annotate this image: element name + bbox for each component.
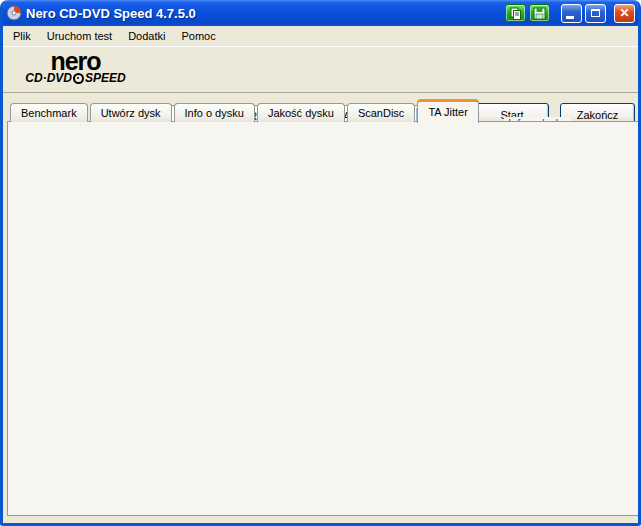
tab-benchmark[interactable]: Benchmark xyxy=(10,103,88,122)
menu-uruchom-test[interactable]: Uruchom test xyxy=(39,28,120,44)
titlebar-buttons: ✕ xyxy=(505,4,635,23)
copy-icon xyxy=(509,7,522,20)
menu-dodatki[interactable]: Dodatki xyxy=(120,28,173,44)
window-title: Nero CD-DVD Speed 4.7.5.0 xyxy=(26,6,505,21)
minimize-icon xyxy=(566,16,574,19)
close-button[interactable]: ✕ xyxy=(614,4,635,23)
floppy-icon xyxy=(533,7,546,20)
maximize-button[interactable] xyxy=(585,4,606,23)
tab-bar: BenchmarkUtwórz dyskInfo o dyskuJakość d… xyxy=(10,99,481,122)
menubar: PlikUruchom testDodatkiPomoc xyxy=(3,26,638,46)
save-button[interactable] xyxy=(529,4,550,22)
titlebar: Nero CD-DVD Speed 4.7.5.0 ✕ xyxy=(0,0,641,26)
disc-icon xyxy=(73,73,84,84)
logo-cd-dvd-text: CD·DVD xyxy=(25,72,72,84)
tab-utw-rz-dysk[interactable]: Utwórz dysk xyxy=(90,103,172,122)
logo-speed-text: SPEED xyxy=(85,72,126,84)
toolbar: nero CD·DVD SPEED [1:1] LITE-ON DVDRW LH… xyxy=(3,46,638,93)
nero-logo-wordmark: nero xyxy=(13,50,138,72)
menu-pomoc[interactable]: Pomoc xyxy=(173,28,223,44)
minimize-button[interactable] xyxy=(561,4,582,23)
tab-info-o-dysku[interactable]: Info o dysku xyxy=(174,103,255,122)
tab-ta-jitter[interactable]: TA Jitter xyxy=(417,99,479,123)
tab-page-ta-jitter xyxy=(7,121,640,516)
maximize-icon xyxy=(591,9,600,17)
app-icon xyxy=(6,5,22,21)
nero-logo-subtitle: CD·DVD SPEED xyxy=(13,72,138,84)
close-icon: ✕ xyxy=(619,6,629,20)
app-window: Nero CD-DVD Speed 4.7.5.0 ✕ xyxy=(0,0,641,526)
copy-button[interactable] xyxy=(505,4,526,22)
tab-jako-dysku[interactable]: Jakość dysku xyxy=(257,103,345,122)
tab-scandisc[interactable]: ScanDisc xyxy=(347,103,415,122)
nero-logo: nero CD·DVD SPEED xyxy=(13,50,138,84)
menu-plik[interactable]: Plik xyxy=(5,28,39,44)
